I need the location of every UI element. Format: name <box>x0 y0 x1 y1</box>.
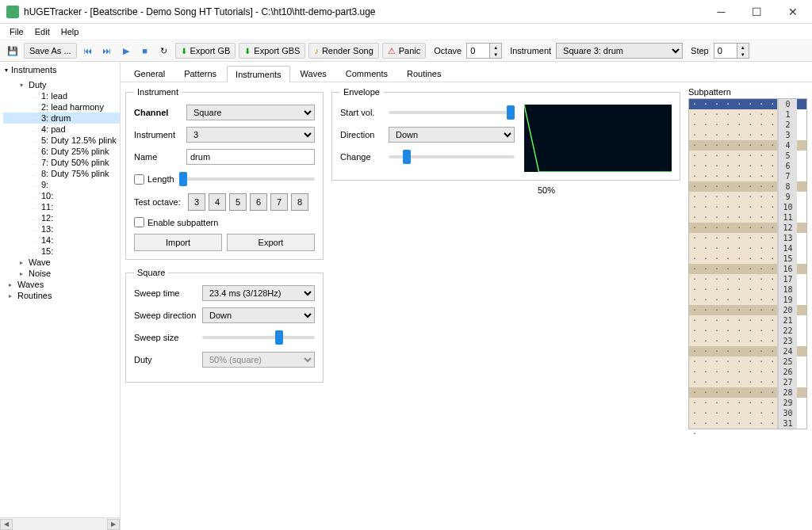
subpattern-row[interactable]: · · · · · · · · ·27 <box>689 377 806 387</box>
subpattern-row[interactable]: · · · · · · · · ·25 <box>689 357 806 367</box>
sweep-dir-select[interactable]: Down <box>202 307 315 323</box>
instrument-num-select[interactable]: 3 <box>186 127 315 143</box>
enable-subpattern-label[interactable]: Enable subpattern <box>134 217 218 227</box>
sidebar-item[interactable]: …11: <box>3 201 120 212</box>
test-octave-3[interactable]: 3 <box>188 193 205 211</box>
sidebar-item[interactable]: ▸Noise <box>3 268 120 279</box>
subpattern-row[interactable]: · · · · · · · · ·28 <box>689 387 806 398</box>
menu-file[interactable]: File <box>5 25 29 38</box>
save-icon[interactable]: 💾 <box>5 43 21 59</box>
subpattern-row[interactable]: · · · · · · · · ·18 <box>689 284 806 295</box>
step-spinner[interactable]: ▲▼ <box>714 43 749 59</box>
tab-routines[interactable]: Routines <box>398 65 450 82</box>
export-gbs-button[interactable]: ⬇Export GBS <box>239 43 305 59</box>
sidebar-header[interactable]: Instruments <box>0 62 120 78</box>
subpattern-row[interactable]: · · · · · · · · ·26 <box>689 367 806 377</box>
sidebar-item[interactable]: …12: <box>3 212 120 223</box>
subpattern-row[interactable]: · · · · · · · · ·10 <box>689 202 806 212</box>
next-button[interactable]: ⏭ <box>99 43 115 59</box>
minimize-button[interactable]: ─ <box>703 1 739 23</box>
subpattern-row[interactable]: · · · · · · · · ·16 <box>689 264 806 274</box>
direction-select[interactable]: Down <box>389 127 515 143</box>
instrument-select[interactable]: Square 3: drum <box>556 43 683 59</box>
subpattern-row[interactable]: · · · · · · · · ·17 <box>689 274 806 284</box>
sweep-size-slider[interactable] <box>202 330 315 345</box>
sidebar-item[interactable]: ▸Waves <box>3 279 120 290</box>
subpattern-row[interactable]: · · · · · · · · ·1 <box>689 109 806 120</box>
tab-general[interactable]: General <box>125 65 174 82</box>
step-input[interactable] <box>714 43 737 59</box>
sidebar-item[interactable]: …1: lead <box>3 90 120 101</box>
sidebar-item[interactable]: …14: <box>3 234 120 246</box>
subpattern-row[interactable]: · · · · · · · · ·24 <box>689 346 806 357</box>
subpattern-row[interactable]: · · · · · · · · ·6 <box>689 161 806 171</box>
tab-comments[interactable]: Comments <box>337 65 396 82</box>
length-check-label[interactable]: Length <box>134 174 174 185</box>
subpattern-row[interactable]: · · · · · · · · ·22 <box>689 326 806 336</box>
length-checkbox[interactable] <box>134 174 144 185</box>
close-button[interactable]: ✕ <box>775 1 810 23</box>
subpattern-row[interactable]: · · · · · · · · ·31 <box>689 418 806 429</box>
tab-waves[interactable]: Waves <box>292 65 335 82</box>
subpattern-row[interactable]: · · · · · · · · ·29 <box>689 398 806 408</box>
subpattern-row[interactable]: · · · · · · · · ·8 <box>689 181 806 192</box>
sidebar-item[interactable]: …9: <box>3 179 120 190</box>
subpattern-row[interactable]: · · · · · · · · ·20 <box>689 305 806 315</box>
sidebar-scrollbar[interactable]: ◀ ▶ <box>0 517 120 530</box>
sidebar-item[interactable]: …13: <box>3 223 120 234</box>
channel-select[interactable]: Square <box>186 105 315 120</box>
sidebar-item[interactable]: …4: pad <box>3 124 120 135</box>
tab-instruments[interactable]: Instruments <box>227 66 289 82</box>
subpattern-grid[interactable]: · · · · · · · · ·0· · · · · · · · ·1· · … <box>688 98 807 429</box>
sidebar-item[interactable]: …8: Duty 75% plink <box>3 168 120 179</box>
subpattern-row[interactable]: · · · · · · · · ·9 <box>689 192 806 202</box>
sidebar-item[interactable]: …5: Duty 12.5% plink <box>3 135 120 146</box>
subpattern-row[interactable]: · · · · · · · · ·21 <box>689 315 806 326</box>
subpattern-row[interactable]: · · · · · · · · ·15 <box>689 254 806 264</box>
test-octave-7[interactable]: 7 <box>270 193 288 211</box>
export-button[interactable]: Export <box>227 234 315 251</box>
subpattern-row[interactable]: · · · · · · · · ·12 <box>689 223 806 233</box>
menu-help[interactable]: Help <box>56 25 84 38</box>
subpattern-row[interactable]: · · · · · · · · ·14 <box>689 243 806 254</box>
length-slider[interactable] <box>179 171 315 187</box>
change-slider[interactable] <box>389 149 515 165</box>
sweep-time-select[interactable]: 23.4 ms (3/128Hz) <box>202 285 315 301</box>
save-as-button[interactable]: Save As ... <box>24 43 77 59</box>
octave-input[interactable] <box>466 43 490 59</box>
name-input[interactable] <box>186 149 315 165</box>
test-octave-8[interactable]: 8 <box>291 193 308 211</box>
loop-button[interactable]: ↻ <box>156 43 172 59</box>
maximize-button[interactable]: ☐ <box>739 1 775 23</box>
spin-down-icon[interactable]: ▼ <box>490 51 501 58</box>
tab-patterns[interactable]: Patterns <box>175 65 225 82</box>
subpattern-row[interactable]: · · · · · · · · ·30 <box>689 408 806 418</box>
sidebar-item[interactable]: …6: Duty 25% plink <box>3 146 120 157</box>
play-button[interactable]: ▶ <box>118 43 134 59</box>
sidebar-item[interactable]: ▸Routines <box>3 290 120 301</box>
import-button[interactable]: Import <box>134 234 222 251</box>
spin-up-icon[interactable]: ▲ <box>737 44 749 51</box>
subpattern-row[interactable]: · · · · · · · · ·13 <box>689 233 806 243</box>
octave-spinner[interactable]: ▲▼ <box>466 43 502 59</box>
sidebar-item[interactable]: …10: <box>3 190 120 201</box>
subpattern-row[interactable]: · · · · · · · · ·0 <box>689 99 806 109</box>
subpattern-row[interactable]: · · · · · · · · ·2 <box>689 120 806 130</box>
spin-up-icon[interactable]: ▲ <box>490 44 501 51</box>
subpattern-row[interactable]: · · · · · · · · ·5 <box>689 151 806 161</box>
sidebar-item[interactable]: ▾Duty <box>3 79 120 90</box>
test-octave-6[interactable]: 6 <box>250 193 267 211</box>
start-vol-slider[interactable] <box>389 105 515 120</box>
prev-button[interactable]: ⏮ <box>80 43 96 59</box>
subpattern-row[interactable]: · · · · · · · · ·3 <box>689 130 806 140</box>
sidebar-item[interactable]: …3: drum <box>3 112 120 124</box>
scroll-left-icon[interactable]: ◀ <box>0 519 13 530</box>
duty-select[interactable]: 50% (square) <box>202 352 315 368</box>
subpattern-row[interactable]: · · · · · · · · ·11 <box>689 212 806 223</box>
subpattern-row[interactable]: · · · · · · · · ·7 <box>689 171 806 181</box>
render-song-button[interactable]: ♪Render Song <box>308 43 378 59</box>
sidebar-item[interactable]: …7: Duty 50% plink <box>3 157 120 168</box>
export-gb-button[interactable]: ⬇Export GB <box>175 43 236 59</box>
stop-button[interactable]: ■ <box>137 43 153 59</box>
subpattern-row[interactable]: · · · · · · · · ·23 <box>689 336 806 346</box>
